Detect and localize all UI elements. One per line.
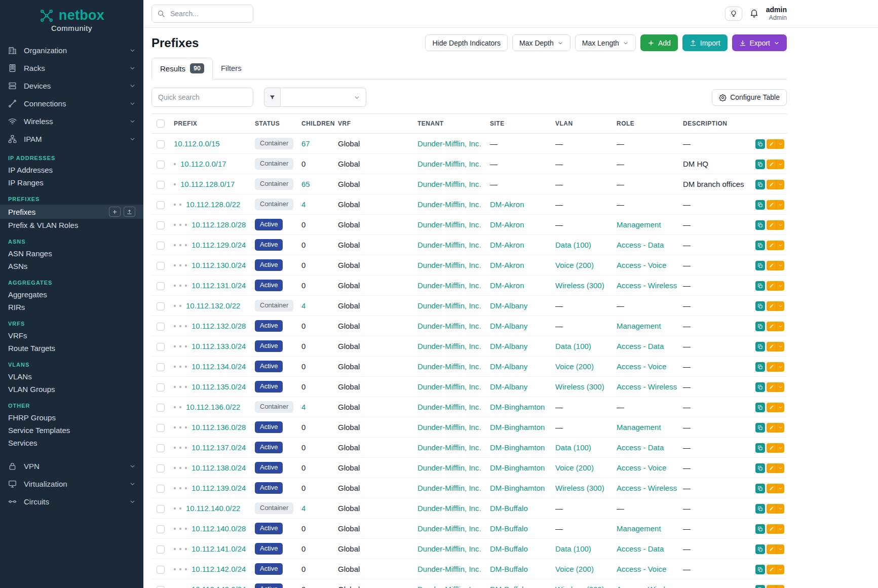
copy-button[interactable] (755, 180, 765, 189)
row-actions-dropdown[interactable] (776, 342, 784, 351)
tenant-link[interactable]: Dunder-Mifflin, Inc. (417, 585, 481, 588)
tenant-link[interactable]: Dunder-Mifflin, Inc. (417, 362, 481, 371)
row-actions-dropdown[interactable] (776, 524, 784, 534)
prefix-link[interactable]: 10.112.129.0/24 (192, 241, 246, 249)
hide-depth-indicators-button[interactable]: Hide Depth Indicators (425, 34, 508, 51)
row-checkbox[interactable] (157, 505, 165, 513)
sidebar-item-devices[interactable]: Devices (0, 77, 143, 95)
copy-button[interactable] (755, 443, 765, 453)
tenant-link[interactable]: Dunder-Mifflin, Inc. (417, 403, 481, 411)
edit-button[interactable] (767, 484, 776, 493)
row-actions-dropdown[interactable] (776, 261, 784, 270)
tenant-link[interactable]: Dunder-Mifflin, Inc. (417, 261, 481, 269)
row-actions-dropdown[interactable] (776, 403, 784, 412)
row-actions-dropdown[interactable] (776, 565, 784, 574)
role-link[interactable]: Access - Voice (617, 261, 666, 269)
row-checkbox[interactable] (157, 323, 165, 331)
role-link[interactable]: Access - Voice (617, 362, 666, 371)
edit-button[interactable] (767, 342, 776, 351)
vlan-link[interactable]: Wireless (300) (555, 382, 604, 391)
children-link[interactable]: 4 (301, 301, 306, 310)
edit-button[interactable] (767, 463, 776, 473)
sidebar-item-services[interactable]: Services (0, 437, 143, 449)
site-link[interactable]: DM-Akron (490, 200, 524, 209)
edit-button[interactable] (767, 139, 776, 149)
prefix-link[interactable]: 10.112.139.0/24 (192, 484, 246, 492)
vlan-link[interactable]: Data (100) (555, 342, 591, 350)
copy-button[interactable] (755, 565, 765, 574)
edit-button[interactable] (767, 220, 776, 230)
tenant-link[interactable]: Dunder-Mifflin, Inc. (417, 524, 481, 533)
copy-button[interactable] (755, 220, 765, 230)
vlan-link[interactable]: Data (100) (555, 544, 591, 553)
select-all-checkbox[interactable] (157, 120, 165, 128)
tenant-link[interactable]: Dunder-Mifflin, Inc. (417, 139, 481, 148)
quick-import-button[interactable] (124, 207, 135, 217)
prefix-link[interactable]: 10.112.128.0/28 (192, 220, 246, 229)
row-checkbox[interactable] (157, 363, 165, 371)
row-checkbox[interactable] (157, 545, 165, 554)
export-dropdown[interactable]: Export (732, 34, 787, 51)
sidebar-item-ip-ranges[interactable]: IP Ranges (0, 176, 143, 189)
vlan-link[interactable]: Data (100) (555, 241, 591, 249)
row-actions-dropdown[interactable] (776, 382, 784, 392)
sidebar-item-asns[interactable]: ASNs (0, 260, 143, 272)
row-actions-dropdown[interactable] (776, 200, 784, 210)
tenant-link[interactable]: Dunder-Mifflin, Inc. (417, 423, 481, 432)
site-link[interactable]: DM-Akron (490, 261, 524, 269)
row-actions-dropdown[interactable] (776, 585, 784, 588)
copy-button[interactable] (755, 261, 765, 270)
edit-button[interactable] (767, 362, 776, 372)
site-link[interactable]: DM-Buffalo (490, 544, 528, 553)
prefix-link[interactable]: 10.112.132.0/28 (192, 322, 246, 330)
tenant-link[interactable]: Dunder-Mifflin, Inc. (417, 322, 481, 330)
prefix-link[interactable]: 10.112.138.0/24 (192, 463, 246, 472)
prefix-link[interactable]: 10.112.128.0/22 (186, 200, 240, 209)
row-checkbox[interactable] (157, 262, 165, 270)
column-header-vrf[interactable]: VRF (333, 114, 412, 134)
column-header-children[interactable]: Children (296, 114, 333, 134)
copy-button[interactable] (755, 463, 765, 473)
site-link[interactable]: DM-Binghamton (490, 484, 545, 492)
edit-button[interactable] (767, 565, 776, 574)
row-actions-dropdown[interactable] (776, 423, 784, 433)
tenant-link[interactable]: Dunder-Mifflin, Inc. (417, 200, 481, 209)
copy-button[interactable] (755, 342, 765, 351)
copy-button[interactable] (755, 423, 765, 433)
edit-button[interactable] (767, 200, 776, 210)
row-checkbox[interactable] (157, 140, 165, 148)
row-checkbox[interactable] (157, 302, 165, 310)
copy-button[interactable] (755, 362, 765, 372)
tenant-link[interactable]: Dunder-Mifflin, Inc. (417, 220, 481, 229)
prefix-link[interactable]: 10.112.143.0/24 (192, 585, 246, 588)
children-link[interactable]: 67 (301, 139, 310, 148)
prefix-link[interactable]: 10.112.133.0/24 (192, 342, 246, 350)
sidebar-item-wireless[interactable]: Wireless (0, 112, 143, 130)
tab-filters[interactable]: Filters (213, 58, 250, 79)
tenant-link[interactable]: Dunder-Mifflin, Inc. (417, 160, 481, 168)
edit-button[interactable] (767, 322, 776, 331)
vlan-link[interactable]: Voice (200) (555, 565, 594, 573)
sidebar-item-prefixes[interactable]: Prefixes (0, 205, 143, 219)
tenant-link[interactable]: Dunder-Mifflin, Inc. (417, 301, 481, 310)
site-link[interactable]: DM-Buffalo (490, 524, 528, 533)
children-link[interactable]: 4 (301, 403, 306, 411)
copy-button[interactable] (755, 241, 765, 250)
row-checkbox[interactable] (157, 343, 165, 351)
row-checkbox[interactable] (157, 383, 165, 391)
edit-button[interactable] (767, 180, 776, 189)
role-link[interactable]: Access - Data (617, 544, 664, 553)
role-link[interactable]: Access - Data (617, 241, 664, 249)
row-checkbox[interactable] (157, 282, 165, 290)
prefix-link[interactable]: 10.112.128.0/17 (180, 180, 235, 188)
edit-button[interactable] (767, 443, 776, 453)
tenant-link[interactable]: Dunder-Mifflin, Inc. (417, 463, 481, 472)
sidebar-item-route-targets[interactable]: Route Targets (0, 342, 143, 355)
column-header-site[interactable]: Site (485, 114, 550, 134)
row-actions-dropdown[interactable] (776, 443, 784, 453)
row-checkbox[interactable] (157, 485, 165, 493)
site-link[interactable]: DM-Buffalo (490, 585, 528, 588)
prefix-link[interactable]: 10.112.0.0/15 (174, 139, 220, 148)
prefix-link[interactable]: 10.112.0.0/17 (180, 160, 226, 168)
edit-button[interactable] (767, 504, 776, 514)
